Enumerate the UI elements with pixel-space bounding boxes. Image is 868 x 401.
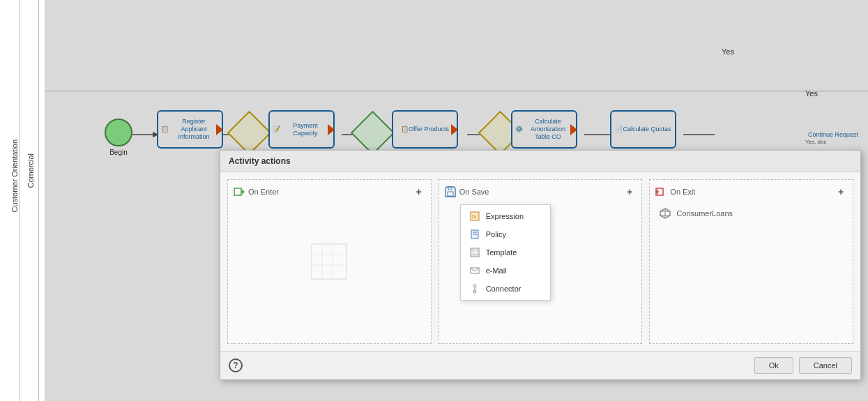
connector-icon (469, 283, 480, 294)
dropdown-policy[interactable]: Policy (461, 225, 550, 243)
modal-footer: ? Ok Cancel (220, 351, 860, 379)
footer-buttons: Ok Cancel (754, 357, 852, 374)
on-enter-header: On Enter + (234, 186, 425, 198)
on-enter-empty-icon (308, 241, 350, 282)
dropdown-expression[interactable]: fx Expression (461, 207, 550, 225)
save-icon (445, 186, 456, 197)
on-exit-panel: On Exit + (649, 179, 853, 344)
email-icon (469, 265, 480, 276)
canvas: Yes Yes (45, 0, 868, 401)
svg-rect-9 (234, 188, 241, 195)
exit-icon (655, 186, 667, 197)
sidebar: Customer Orientation Comercial (0, 0, 45, 401)
policy-label: Policy (486, 230, 506, 239)
expression-label: Expression (486, 212, 524, 220)
on-exit-label: On Exit (670, 188, 695, 196)
on-save-title: On Save (445, 186, 489, 197)
svg-rect-26 (471, 253, 478, 256)
on-save-header: On Save + (445, 186, 637, 198)
ok-button[interactable]: Ok (754, 357, 793, 374)
on-save-panel: On Save + fx (439, 179, 643, 344)
main-container: Customer Orientation Comercial Yes Yes (0, 0, 868, 401)
template-icon (469, 247, 480, 258)
email-label: e-Mail (486, 266, 507, 275)
policy-icon (469, 229, 480, 240)
modal-body: On Enter + (220, 172, 860, 351)
dropdown-connector[interactable]: Connector (461, 280, 550, 298)
sidebar-label-comercial: Comercial (26, 153, 35, 188)
svg-rect-11 (312, 244, 347, 279)
on-save-label: On Save (459, 188, 489, 196)
svg-rect-16 (448, 192, 453, 196)
dropdown-template[interactable]: Template (461, 243, 550, 262)
enter-icon (234, 186, 245, 197)
modal-overlay: Activity actions On Ent (45, 0, 868, 401)
on-exit-header: On Exit + (655, 186, 847, 198)
on-enter-label: On Enter (248, 188, 279, 196)
dropdown-email[interactable]: e-Mail (461, 262, 550, 280)
on-enter-add-btn[interactable]: + (413, 186, 425, 198)
on-save-dropdown: fx Expression (460, 204, 551, 301)
svg-point-28 (473, 285, 476, 287)
on-save-add-btn[interactable]: + (623, 186, 636, 198)
template-label: Template (486, 248, 517, 257)
sidebar-divider2 (38, 0, 39, 401)
modal-title: Activity actions (220, 151, 860, 172)
on-enter-empty (308, 241, 350, 282)
activity-actions-modal: Activity actions On Ent (220, 150, 861, 380)
svg-rect-24 (471, 249, 475, 252)
on-exit-add-btn[interactable]: + (835, 186, 847, 198)
consumer-loans-icon (658, 206, 672, 220)
svg-text:fx: fx (472, 213, 476, 220)
on-enter-panel: On Enter + (227, 179, 432, 344)
svg-rect-25 (475, 249, 478, 252)
cancel-button[interactable]: Cancel (799, 357, 852, 374)
on-enter-title: On Enter (234, 186, 279, 197)
consumer-loans-item[interactable]: ConsumerLoans (655, 204, 847, 223)
connector-label: Connector (486, 285, 521, 293)
expression-icon: fx (469, 211, 480, 222)
help-button[interactable]: ? (229, 358, 243, 372)
on-exit-title: On Exit (655, 186, 695, 197)
sidebar-divider1 (20, 0, 20, 401)
consumer-loans-label: ConsumerLoans (676, 209, 733, 218)
sidebar-label-customer: Customer Orientation (10, 139, 19, 213)
svg-point-29 (473, 290, 476, 293)
